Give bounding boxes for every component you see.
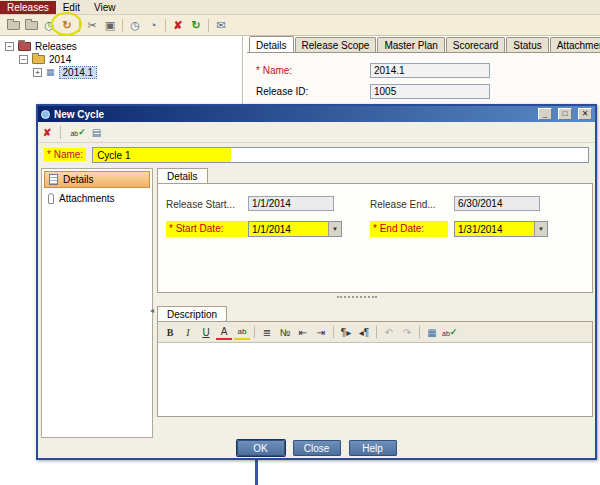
end-date-label: * End Date: [370, 221, 448, 237]
clear-fields-button[interactable]: ✘ [43, 127, 51, 138]
tab-details[interactable]: Details [249, 36, 294, 52]
release-tabs: Details Release Scope Master Plan Scorec… [247, 36, 600, 53]
new-release-button[interactable] [22, 16, 40, 34]
collapse-icon[interactable]: − [19, 55, 28, 64]
maximize-button[interactable]: □ [558, 108, 572, 120]
refresh-button[interactable]: ↻ [187, 16, 205, 34]
sidebar-details-label: Details [63, 174, 94, 185]
cycle-name-value: Cycle 1 [93, 148, 231, 162]
tab-attachments[interactable]: Attachments [550, 37, 600, 52]
menu-view[interactable]: View [87, 1, 123, 14]
start-time-button[interactable]: ◷ [126, 16, 144, 34]
sidebar-collapse-arrow[interactable]: ◂ [150, 306, 154, 315]
folder-icon [7, 21, 20, 30]
numbered-list-button[interactable]: № [277, 324, 293, 340]
help-button[interactable]: Help [349, 440, 397, 456]
tree-item-releases-root[interactable]: − Releases [5, 40, 77, 52]
tree-item-release-2014-1[interactable]: + ▦ 2014.1 [33, 66, 97, 78]
close-button[interactable]: ✕ [578, 108, 592, 120]
rtl-paragraph-button[interactable]: ◂¶ [356, 324, 372, 340]
tree-label-2014: 2014 [49, 54, 71, 65]
dialog-tab-description[interactable]: Description [157, 306, 227, 321]
progress-button[interactable]: ◔ [144, 16, 162, 34]
toolbar-separator [122, 19, 123, 32]
cycle-name-field[interactable]: Cycle 1 [92, 147, 589, 163]
release-id-field: 1005 [370, 84, 490, 99]
minimize-button[interactable]: _ [538, 108, 552, 120]
spell-ab-glyph: ab [70, 130, 78, 137]
expand-icon[interactable]: + [33, 68, 42, 77]
paste-button[interactable]: ▣ [101, 16, 119, 34]
tab-scorecard[interactable]: Scorecard [446, 37, 506, 52]
italic-button[interactable]: I [180, 324, 196, 340]
sidebar-item-details[interactable]: Details [44, 171, 150, 188]
main-toolbar: ◷ ↻ ✂ ▣ ◷ ◔ ✘ ↻ ✉ [0, 15, 600, 36]
toolbar-separator [376, 326, 377, 338]
redo-button[interactable]: ↷ [399, 324, 415, 340]
cut-button[interactable]: ✂ [83, 16, 101, 34]
release-icon: ▦ [46, 67, 55, 77]
bullet-list-button[interactable]: ≣ [259, 324, 275, 340]
menu-edit[interactable]: Edit [56, 1, 87, 14]
close-button[interactable]: Close [293, 440, 341, 456]
thesaurus-button[interactable]: ▤ [92, 127, 101, 138]
chevron-down-icon[interactable]: ▼ [328, 222, 341, 236]
new-release-folder-button[interactable] [4, 16, 22, 34]
sidebar-attachments-label: Attachments [59, 193, 115, 204]
spell-check-button[interactable]: ab ✓ [70, 127, 85, 137]
release-start-field: 1/1/2014 [248, 196, 334, 211]
start-date-value: 1/1/2014 [249, 222, 328, 236]
details-form-icon [49, 174, 58, 185]
folder-icon [25, 21, 38, 30]
release-start-label: Release Start... [166, 199, 235, 210]
end-date-value: 1/31/2014 [455, 222, 534, 236]
toolbar-separator [419, 326, 420, 338]
outdent-button[interactable]: ⇤ [295, 324, 311, 340]
highlight-button[interactable]: ab [234, 324, 250, 340]
toolbar-separator [254, 326, 255, 338]
tab-status[interactable]: Status [506, 37, 548, 52]
undo-button[interactable]: ↶ [381, 324, 397, 340]
toolbar-separator [208, 19, 209, 32]
cycle-name-row: * Name: Cycle 1 [38, 144, 595, 165]
tab-master-plan[interactable]: Master Plan [377, 37, 444, 52]
send-email-button[interactable]: ✉ [212, 16, 230, 34]
root-folder-icon [18, 42, 31, 51]
release-id-label: Release ID: [256, 86, 308, 97]
font-color-button[interactable]: A [216, 324, 232, 340]
underline-button[interactable]: U [198, 324, 214, 340]
release-end-label: Release End... [370, 199, 436, 210]
release-details-panel: Details Release Scope Master Plan Scorec… [247, 36, 600, 104]
end-date-combo[interactable]: 1/31/2014 ▼ [454, 221, 548, 237]
tree-item-2014-folder[interactable]: − 2014 [19, 53, 71, 65]
menu-bar: Releases Edit View [0, 0, 600, 15]
start-date-label: * Start Date: [166, 221, 248, 237]
menu-releases[interactable]: Releases [0, 1, 56, 14]
ok-button[interactable]: OK [237, 440, 285, 456]
toolbar-separator [60, 126, 61, 139]
insert-table-button[interactable]: ▦ [424, 324, 440, 340]
new-cycle-dialog: New Cycle _ □ ✕ ✘ ab ✓ ▤ * Name: Cycle 1… [36, 104, 597, 460]
dialog-title-bar[interactable]: New Cycle _ □ ✕ [38, 106, 595, 122]
collapse-icon[interactable]: − [5, 42, 14, 51]
spell-ab-glyph: ab [442, 330, 450, 337]
decorative-line [255, 460, 258, 485]
indent-button[interactable]: ⇥ [313, 324, 329, 340]
ltr-paragraph-button[interactable]: ¶▸ [338, 324, 354, 340]
spell-check-glyph: ✓ [78, 127, 86, 137]
sidebar-item-attachments[interactable]: Attachments [44, 190, 150, 207]
tab-release-scope[interactable]: Release Scope [295, 37, 377, 52]
editor-spell-check-button[interactable]: ab ✓ [442, 327, 457, 337]
tree-label-releases: Releases [35, 41, 77, 52]
details-form-panel: Release Start... 1/1/2014 Release End...… [157, 183, 593, 293]
dialog-tab-details[interactable]: Details [157, 168, 208, 183]
chevron-down-icon[interactable]: ▼ [534, 222, 547, 236]
description-text-area[interactable] [158, 343, 592, 416]
bold-button[interactable]: B [162, 324, 178, 340]
annotation-highlight-circle [51, 12, 82, 36]
application-window: Releases Edit View ◷ ↻ ✂ ▣ ◷ ◔ ✘ ↻ ✉ − R… [0, 0, 600, 485]
release-name-field[interactable]: 2014.1 [370, 63, 490, 78]
delete-button[interactable]: ✘ [169, 16, 187, 34]
start-date-combo[interactable]: 1/1/2014 ▼ [248, 221, 342, 237]
splitter-handle[interactable] [337, 296, 377, 298]
